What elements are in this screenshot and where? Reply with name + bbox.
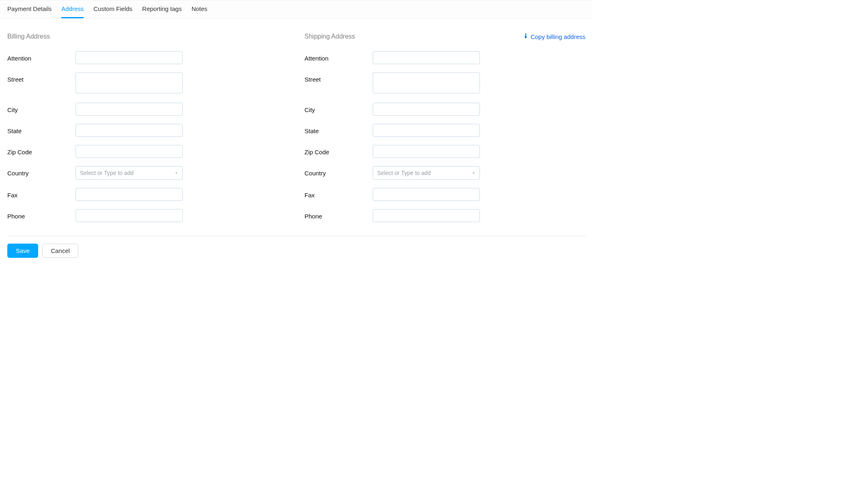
billing-country-label: Country xyxy=(7,166,76,177)
tab-address[interactable]: Address xyxy=(61,0,84,18)
tab-custom-fields[interactable]: Custom Fields xyxy=(93,0,132,18)
shipping-phone-input[interactable] xyxy=(373,209,480,222)
billing-country-select[interactable]: Select or Type to add xyxy=(76,166,183,180)
billing-fax-label: Fax xyxy=(7,188,76,199)
shipping-fax-input[interactable] xyxy=(373,188,480,201)
shipping-country-placeholder[interactable]: Select or Type to add xyxy=(373,166,480,180)
divider xyxy=(7,236,585,236)
billing-city-input[interactable] xyxy=(76,103,183,116)
billing-column: Billing Address Attention Street City St… xyxy=(7,31,288,230)
billing-state-input[interactable] xyxy=(76,124,183,137)
billing-attention-input[interactable] xyxy=(76,51,183,64)
shipping-street-label: Street xyxy=(304,72,373,83)
shipping-country-select[interactable]: Select or Type to add xyxy=(373,166,480,180)
copy-billing-link[interactable]: Copy billing address xyxy=(523,33,585,40)
billing-state-label: State xyxy=(7,124,76,134)
shipping-state-label: State xyxy=(304,124,373,134)
shipping-zip-input[interactable] xyxy=(373,145,480,158)
billing-country-placeholder[interactable]: Select or Type to add xyxy=(76,166,183,180)
shipping-attention-label: Attention xyxy=(304,51,373,62)
shipping-title: Shipping Address xyxy=(304,33,355,40)
billing-zip-label: Zip Code xyxy=(7,145,76,155)
shipping-zip-label: Zip Code xyxy=(304,145,373,155)
copy-billing-text: Copy billing address xyxy=(531,33,585,40)
shipping-country-label: Country xyxy=(304,166,373,177)
shipping-city-input[interactable] xyxy=(373,103,480,116)
shipping-fax-label: Fax xyxy=(304,188,373,199)
address-form: Billing Address Attention Street City St… xyxy=(0,19,593,234)
tab-reporting-tags[interactable]: Reporting tags xyxy=(142,0,182,18)
tab-payment-details[interactable]: Payment Details xyxy=(7,0,52,18)
shipping-attention-input[interactable] xyxy=(373,51,480,64)
tab-notes[interactable]: Notes xyxy=(192,0,207,18)
shipping-city-label: City xyxy=(304,103,373,113)
billing-phone-label: Phone xyxy=(7,209,76,220)
cancel-button[interactable]: Cancel xyxy=(42,244,78,258)
billing-fax-input[interactable] xyxy=(76,188,183,201)
shipping-street-input[interactable] xyxy=(373,72,480,93)
shipping-state-input[interactable] xyxy=(373,124,480,137)
billing-phone-input[interactable] xyxy=(76,209,183,222)
arrow-down-icon xyxy=(523,33,528,40)
billing-city-label: City xyxy=(7,103,76,113)
billing-zip-input[interactable] xyxy=(76,145,183,158)
shipping-phone-label: Phone xyxy=(304,209,373,220)
form-actions: Save Cancel xyxy=(0,244,593,266)
billing-street-label: Street xyxy=(7,72,76,83)
shipping-column: Shipping Address Copy billing address At… xyxy=(304,31,585,230)
save-button[interactable]: Save xyxy=(7,244,38,258)
tab-bar: Payment Details Address Custom Fields Re… xyxy=(0,0,593,19)
billing-title: Billing Address xyxy=(7,33,50,40)
billing-street-input[interactable] xyxy=(76,72,183,93)
billing-attention-label: Attention xyxy=(7,51,76,62)
